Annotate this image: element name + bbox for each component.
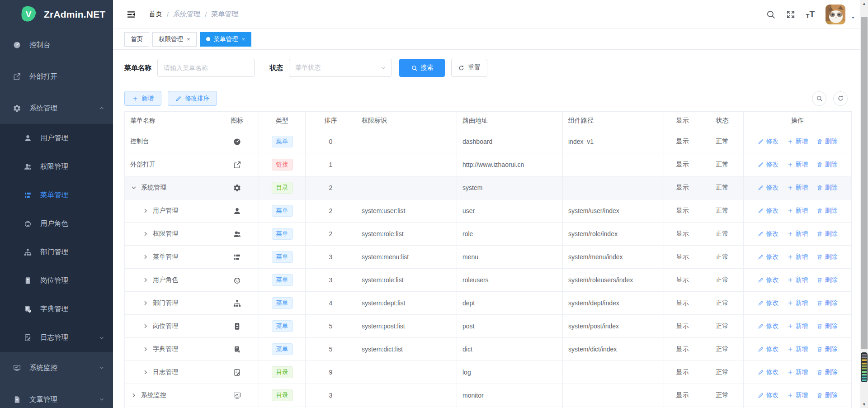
row-add-link[interactable]: 新增	[787, 138, 808, 146]
row-edit-link[interactable]: 修改	[758, 345, 779, 353]
row-delete-link[interactable]: 删除	[816, 276, 838, 284]
row-expand-right-icon[interactable]	[142, 253, 149, 261]
row-edit-link[interactable]: 修改	[758, 161, 779, 169]
table-row-7: 部门管理菜单4system:dept:listdeptsystem/dept/i…	[125, 292, 852, 315]
row-edit-link[interactable]: 修改	[758, 391, 779, 399]
row-expand-right-icon[interactable]	[142, 369, 149, 376]
row-delete-link[interactable]: 删除	[816, 345, 838, 353]
row-add-link[interactable]: 新增	[787, 253, 808, 261]
row-add-link[interactable]: 新增	[787, 322, 808, 330]
row-expand-right-icon[interactable]	[142, 323, 149, 330]
scrollbar-up-arrow[interactable]: ▲	[860, 0, 868, 7]
row-add-link[interactable]: 新增	[787, 368, 808, 376]
type-tag: 目录	[272, 389, 293, 401]
row-expand-right-icon[interactable]	[142, 230, 149, 237]
row-expand-right-icon[interactable]	[142, 276, 149, 284]
tab-close-icon[interactable]: ×	[187, 36, 190, 43]
plus-icon	[787, 346, 793, 352]
breadcrumb-item-1[interactable]: 系统管理	[173, 10, 200, 19]
row-edit-link[interactable]: 修改	[758, 276, 779, 284]
row-delete-link[interactable]: 删除	[816, 322, 838, 330]
sidebar-item-6[interactable]: 用户角色	[0, 209, 113, 238]
row-edit-link[interactable]: 修改	[758, 184, 779, 192]
tab-2[interactable]: 菜单管理×	[200, 32, 252, 47]
breadcrumb-item-2[interactable]: 菜单管理	[211, 10, 238, 19]
sidebar-item-0[interactable]: 控制台	[0, 29, 113, 61]
row-edit-link[interactable]: 修改	[758, 207, 779, 215]
row-delete-link[interactable]: 删除	[816, 184, 838, 192]
row-edit-link[interactable]: 修改	[758, 138, 779, 146]
monitor-icon	[233, 391, 241, 400]
row-expand-right-icon[interactable]	[142, 299, 149, 307]
row-edit-link[interactable]: 修改	[758, 299, 779, 307]
add-button[interactable]: 新增	[124, 91, 161, 106]
row-delete-link[interactable]: 删除	[816, 253, 838, 261]
tab-1[interactable]: 权限管理×	[152, 32, 197, 47]
sidebar-item-10[interactable]: 日志管理	[0, 323, 113, 352]
row-expand-right-icon[interactable]	[130, 392, 137, 399]
row-delete-link[interactable]: 删除	[816, 207, 838, 215]
row-edit-link[interactable]: 修改	[758, 322, 779, 330]
sidebar-item-11[interactable]: 系统监控	[0, 352, 113, 384]
header-actions: TT	[756, 5, 856, 24]
row-add-link[interactable]: 新增	[787, 345, 808, 353]
fullscreen-icon[interactable]	[786, 9, 796, 19]
trash-icon	[816, 161, 823, 168]
sidebar-item-9[interactable]: 字典管理	[0, 295, 113, 323]
breadcrumb: 首页/系统管理/菜单管理	[149, 10, 238, 19]
visible-value: 显示	[664, 338, 701, 361]
avatar-caret-down-icon[interactable]	[850, 14, 856, 21]
breadcrumb-item-0[interactable]: 首页	[149, 10, 162, 19]
sidebar-item-5[interactable]: 菜单管理	[0, 181, 113, 209]
scrollbar-down-arrow[interactable]: ▼	[860, 401, 868, 408]
status-select[interactable]: 菜单状态	[289, 59, 392, 77]
font-size-icon[interactable]: TT	[806, 9, 815, 19]
row-expand-right-icon[interactable]	[142, 346, 149, 353]
row-add-link[interactable]: 新增	[787, 184, 808, 192]
row-add-link[interactable]: 新增	[787, 276, 808, 284]
sidebar-item-12[interactable]: 文章管理	[0, 384, 113, 408]
table-search-toggle-button[interactable]	[812, 91, 826, 106]
row-add-link[interactable]: 新增	[787, 230, 808, 238]
search-button[interactable]: 搜索	[399, 59, 445, 77]
tab-0[interactable]: 首页	[124, 32, 149, 47]
row-expand-right-icon[interactable]	[142, 207, 149, 214]
edit-sort-button[interactable]: 修改排序	[168, 91, 217, 106]
row-delete-link[interactable]: 删除	[816, 391, 838, 399]
reset-button[interactable]: 重置	[451, 59, 487, 77]
scrollbar-thumb[interactable]	[861, 17, 868, 349]
sidebar-item-4[interactable]: 权限管理	[0, 152, 113, 181]
row-delete-link[interactable]: 删除	[816, 230, 838, 238]
sidebar-item-3[interactable]: 用户管理	[0, 124, 113, 152]
row-add-link[interactable]: 新增	[787, 207, 808, 215]
row-edit-link[interactable]: 修改	[758, 230, 779, 238]
scrollbar[interactable]: ▲ ▼	[860, 0, 868, 408]
menu-name-input[interactable]	[157, 59, 255, 77]
column-header-0: 菜单名称	[125, 112, 215, 130]
search-icon[interactable]	[766, 9, 776, 19]
row-add-link[interactable]: 新增	[787, 391, 808, 399]
table-refresh-button[interactable]	[833, 91, 848, 106]
route-value: monitor	[457, 384, 563, 407]
sidebar-item-8[interactable]: 岗位管理	[0, 266, 113, 295]
row-delete-link[interactable]: 删除	[816, 138, 838, 146]
route-value: roleusers	[457, 269, 563, 292]
row-add-link[interactable]: 新增	[787, 299, 808, 307]
sidebar-item-1[interactable]: 外部打开	[0, 61, 113, 92]
dashboard-icon	[233, 138, 241, 146]
row-delete-link[interactable]: 删除	[816, 299, 838, 307]
user-avatar[interactable]	[826, 5, 845, 24]
app-logo[interactable]: V ZrAdmin.NET	[0, 0, 113, 29]
row-edit-link[interactable]: 修改	[758, 253, 779, 261]
row-add-link[interactable]: 新增	[787, 161, 808, 169]
row-delete-link[interactable]: 删除	[816, 161, 838, 169]
tabs-bar: 首页权限管理×菜单管理×	[113, 29, 868, 50]
sidebar-item-7[interactable]: 部门管理	[0, 238, 113, 266]
sidebar-fold-icon[interactable]	[126, 9, 136, 19]
row-expand-down-icon[interactable]	[130, 184, 137, 191]
row-delete-link[interactable]: 删除	[816, 368, 838, 376]
sidebar-item-2[interactable]: 系统管理	[0, 92, 113, 124]
row-edit-link[interactable]: 修改	[758, 368, 779, 376]
gear-icon	[233, 184, 241, 192]
tab-close-icon[interactable]: ×	[242, 36, 245, 43]
